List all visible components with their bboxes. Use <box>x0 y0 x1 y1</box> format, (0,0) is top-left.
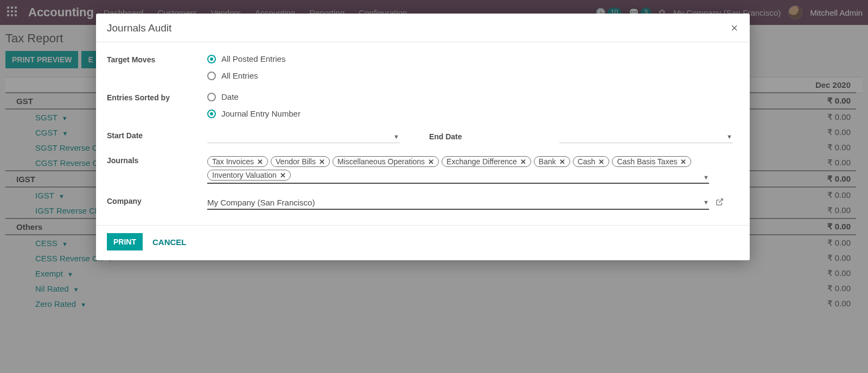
label-entries-sorted-by: Entries Sorted by <box>107 92 207 102</box>
tag-remove-icon[interactable]: ✕ <box>257 158 263 166</box>
radio-all-entries[interactable]: All Entries <box>207 71 739 80</box>
print-button[interactable]: PRINT <box>107 233 143 250</box>
tag-label: Inventory Valuation <box>212 171 277 179</box>
radio-icon <box>207 55 216 63</box>
tag-label: Tax Invoices <box>212 157 254 166</box>
radio-icon <box>207 72 216 80</box>
tag-label: Cash <box>578 157 596 166</box>
radio-label: All Posted Entries <box>221 54 285 63</box>
close-icon[interactable]: × <box>731 22 738 34</box>
journal-tag[interactable]: Miscellaneous Operations ✕ <box>333 156 439 167</box>
modal-title: Journals Audit <box>107 22 171 34</box>
tag-remove-icon[interactable]: ✕ <box>428 158 434 166</box>
tag-remove-icon[interactable]: ✕ <box>520 158 526 166</box>
journal-tag[interactable]: Exchange Difference ✕ <box>442 156 531 167</box>
journals-tags-input[interactable]: Tax Invoices ✕Vendor Bills ✕Miscellaneou… <box>207 155 709 184</box>
tag-label: Cash Basis Taxes <box>617 157 677 166</box>
radio-sort-journal-entry-number[interactable]: Journal Entry Number <box>207 109 739 118</box>
tag-label: Miscellaneous Operations <box>337 157 425 166</box>
journal-tag[interactable]: Vendor Bills ✕ <box>271 156 330 167</box>
caret-down-icon: ▼ <box>703 174 709 181</box>
label-end-date: End Date <box>429 132 473 141</box>
label-journals: Journals <box>107 155 207 165</box>
radio-icon <box>207 110 216 118</box>
radio-icon <box>207 93 216 101</box>
tag-remove-icon[interactable]: ✕ <box>598 158 604 166</box>
label-start-date: Start Date <box>107 130 207 140</box>
caret-down-icon: ▼ <box>703 199 709 205</box>
tag-label: Exchange Difference <box>446 157 517 166</box>
tag-remove-icon[interactable]: ✕ <box>280 171 286 179</box>
journal-tag[interactable]: Inventory Valuation ✕ <box>207 170 291 181</box>
label-target-moves: Target Moves <box>107 54 207 64</box>
radio-sort-date[interactable]: Date <box>207 92 739 101</box>
end-date-input[interactable] <box>559 130 733 143</box>
tag-remove-icon[interactable]: ✕ <box>319 158 325 166</box>
tag-remove-icon[interactable]: ✕ <box>559 158 565 166</box>
radio-label: Journal Entry Number <box>221 109 301 118</box>
label-company: Company <box>107 196 207 205</box>
journal-tag[interactable]: Cash ✕ <box>573 156 610 167</box>
cancel-button[interactable]: CANCEL <box>152 237 187 247</box>
radio-label: All Entries <box>221 71 258 80</box>
external-link-icon[interactable] <box>716 198 724 208</box>
journal-tag[interactable]: Tax Invoices ✕ <box>207 156 268 167</box>
company-value: My Company (San Francisco) <box>207 198 315 207</box>
journals-audit-modal: Journals Audit × Target Moves All Posted… <box>96 14 750 260</box>
svg-line-9 <box>719 198 723 202</box>
tag-label: Vendor Bills <box>276 157 316 166</box>
tag-label: Bank <box>539 157 556 166</box>
tag-remove-icon[interactable]: ✕ <box>680 158 686 166</box>
journal-tag[interactable]: Cash Basis Taxes ✕ <box>612 156 691 167</box>
journal-tag[interactable]: Bank ✕ <box>534 156 570 167</box>
company-select[interactable]: My Company (San Francisco) ▼ <box>207 196 709 210</box>
radio-all-posted-entries[interactable]: All Posted Entries <box>207 54 739 63</box>
start-date-input[interactable] <box>207 130 400 143</box>
radio-label: Date <box>221 92 239 101</box>
